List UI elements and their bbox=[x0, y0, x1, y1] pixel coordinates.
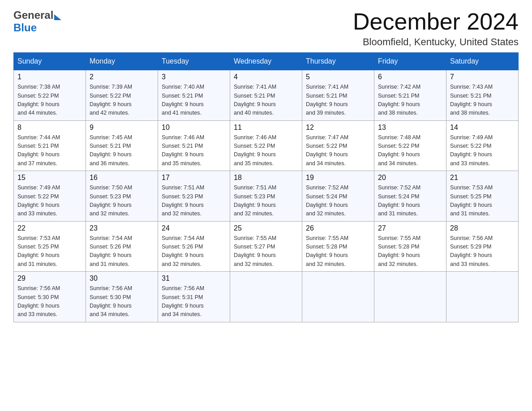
day-info: Sunrise: 7:51 AM Sunset: 5:23 PM Dayligh… bbox=[162, 184, 226, 218]
logo-blue-text: Blue bbox=[13, 21, 37, 34]
table-row: 3 Sunrise: 7:40 AM Sunset: 5:21 PM Dayli… bbox=[158, 70, 230, 121]
table-row: 19 Sunrise: 7:52 AM Sunset: 5:24 PM Dayl… bbox=[302, 171, 374, 222]
day-number: 21 bbox=[450, 174, 515, 182]
weekday-header-row: Sunday Monday Tuesday Wednesday Thursday… bbox=[14, 53, 519, 70]
day-info: Sunrise: 7:51 AM Sunset: 5:23 PM Dayligh… bbox=[234, 184, 298, 218]
title-block: December 2024 Bloomfield, Kentucky, Unit… bbox=[353, 9, 519, 48]
day-info: Sunrise: 7:55 AM Sunset: 5:27 PM Dayligh… bbox=[234, 234, 298, 269]
day-info: Sunrise: 7:54 AM Sunset: 5:26 PM Dayligh… bbox=[162, 234, 226, 269]
table-row bbox=[374, 272, 446, 322]
day-info: Sunrise: 7:56 AM Sunset: 5:31 PM Dayligh… bbox=[162, 284, 226, 319]
day-info: Sunrise: 7:42 AM Sunset: 5:21 PM Dayligh… bbox=[378, 83, 442, 118]
table-row: 26 Sunrise: 7:55 AM Sunset: 5:28 PM Dayl… bbox=[302, 221, 374, 272]
day-info: Sunrise: 7:48 AM Sunset: 5:22 PM Dayligh… bbox=[378, 133, 442, 168]
header-wednesday: Wednesday bbox=[230, 53, 302, 70]
day-number: 16 bbox=[90, 174, 154, 182]
table-row: 28 Sunrise: 7:56 AM Sunset: 5:29 PM Dayl… bbox=[446, 221, 519, 272]
day-number: 24 bbox=[162, 224, 226, 232]
day-info: Sunrise: 7:53 AM Sunset: 5:25 PM Dayligh… bbox=[450, 184, 515, 218]
day-info: Sunrise: 7:45 AM Sunset: 5:21 PM Dayligh… bbox=[90, 133, 154, 168]
day-info: Sunrise: 7:49 AM Sunset: 5:22 PM Dayligh… bbox=[450, 133, 515, 168]
table-row bbox=[302, 272, 374, 322]
day-info: Sunrise: 7:46 AM Sunset: 5:21 PM Dayligh… bbox=[162, 133, 226, 168]
table-row: 18 Sunrise: 7:51 AM Sunset: 5:23 PM Dayl… bbox=[230, 171, 302, 222]
header-friday: Friday bbox=[374, 53, 446, 70]
table-row: 21 Sunrise: 7:53 AM Sunset: 5:25 PM Dayl… bbox=[446, 171, 519, 222]
day-info: Sunrise: 7:41 AM Sunset: 5:21 PM Dayligh… bbox=[234, 83, 298, 118]
table-row: 17 Sunrise: 7:51 AM Sunset: 5:23 PM Dayl… bbox=[158, 171, 230, 222]
logo: General Blue bbox=[13, 9, 61, 34]
day-info: Sunrise: 7:39 AM Sunset: 5:22 PM Dayligh… bbox=[90, 83, 154, 118]
calendar-week-row: 15 Sunrise: 7:49 AM Sunset: 5:22 PM Dayl… bbox=[14, 171, 519, 222]
table-row: 11 Sunrise: 7:46 AM Sunset: 5:22 PM Dayl… bbox=[230, 120, 302, 171]
table-row: 9 Sunrise: 7:45 AM Sunset: 5:21 PM Dayli… bbox=[86, 120, 158, 171]
table-row: 29 Sunrise: 7:56 AM Sunset: 5:30 PM Dayl… bbox=[14, 272, 86, 322]
header-monday: Monday bbox=[86, 53, 158, 70]
table-row: 10 Sunrise: 7:46 AM Sunset: 5:21 PM Dayl… bbox=[158, 120, 230, 171]
calendar-table: Sunday Monday Tuesday Wednesday Thursday… bbox=[13, 52, 519, 322]
table-row: 23 Sunrise: 7:54 AM Sunset: 5:26 PM Dayl… bbox=[86, 221, 158, 272]
day-number: 9 bbox=[90, 124, 154, 132]
day-number: 14 bbox=[450, 124, 515, 132]
day-number: 1 bbox=[17, 73, 82, 81]
day-number: 31 bbox=[162, 274, 226, 283]
day-number: 30 bbox=[90, 274, 154, 283]
calendar-title: December 2024 bbox=[353, 9, 519, 34]
day-info: Sunrise: 7:40 AM Sunset: 5:21 PM Dayligh… bbox=[162, 83, 226, 118]
day-info: Sunrise: 7:38 AM Sunset: 5:22 PM Dayligh… bbox=[17, 83, 82, 118]
table-row: 22 Sunrise: 7:53 AM Sunset: 5:25 PM Dayl… bbox=[14, 221, 86, 272]
table-row: 7 Sunrise: 7:43 AM Sunset: 5:21 PM Dayli… bbox=[446, 70, 519, 121]
day-number: 18 bbox=[234, 174, 298, 182]
day-number: 29 bbox=[17, 274, 82, 283]
day-info: Sunrise: 7:53 AM Sunset: 5:25 PM Dayligh… bbox=[17, 234, 82, 269]
table-row: 1 Sunrise: 7:38 AM Sunset: 5:22 PM Dayli… bbox=[14, 70, 86, 121]
table-row: 20 Sunrise: 7:52 AM Sunset: 5:24 PM Dayl… bbox=[374, 171, 446, 222]
day-info: Sunrise: 7:55 AM Sunset: 5:28 PM Dayligh… bbox=[306, 234, 370, 269]
logo-arrow-icon bbox=[54, 14, 61, 20]
day-info: Sunrise: 7:52 AM Sunset: 5:24 PM Dayligh… bbox=[378, 184, 442, 218]
day-number: 23 bbox=[90, 224, 154, 232]
day-number: 25 bbox=[234, 224, 298, 232]
day-info: Sunrise: 7:52 AM Sunset: 5:24 PM Dayligh… bbox=[306, 184, 370, 218]
day-number: 13 bbox=[378, 124, 442, 132]
day-number: 2 bbox=[90, 73, 154, 81]
table-row: 30 Sunrise: 7:56 AM Sunset: 5:30 PM Dayl… bbox=[86, 272, 158, 322]
table-row: 8 Sunrise: 7:44 AM Sunset: 5:21 PM Dayli… bbox=[14, 120, 86, 171]
day-info: Sunrise: 7:49 AM Sunset: 5:22 PM Dayligh… bbox=[17, 184, 82, 218]
day-info: Sunrise: 7:55 AM Sunset: 5:28 PM Dayligh… bbox=[378, 234, 442, 269]
calendar-week-row: 29 Sunrise: 7:56 AM Sunset: 5:30 PM Dayl… bbox=[14, 272, 519, 322]
calendar-week-row: 22 Sunrise: 7:53 AM Sunset: 5:25 PM Dayl… bbox=[14, 221, 519, 272]
day-info: Sunrise: 7:50 AM Sunset: 5:23 PM Dayligh… bbox=[90, 184, 154, 218]
day-number: 20 bbox=[378, 174, 442, 182]
day-number: 4 bbox=[234, 73, 298, 81]
day-number: 12 bbox=[306, 124, 370, 132]
logo-general-text: General bbox=[13, 9, 53, 21]
day-number: 26 bbox=[306, 224, 370, 232]
day-info: Sunrise: 7:56 AM Sunset: 5:30 PM Dayligh… bbox=[17, 284, 82, 319]
day-number: 27 bbox=[378, 224, 442, 232]
day-number: 6 bbox=[378, 73, 442, 81]
day-info: Sunrise: 7:43 AM Sunset: 5:21 PM Dayligh… bbox=[450, 83, 515, 118]
day-number: 19 bbox=[306, 174, 370, 182]
calendar-week-row: 8 Sunrise: 7:44 AM Sunset: 5:21 PM Dayli… bbox=[14, 120, 519, 171]
day-info: Sunrise: 7:46 AM Sunset: 5:22 PM Dayligh… bbox=[234, 133, 298, 168]
table-row bbox=[230, 272, 302, 322]
table-row: 25 Sunrise: 7:55 AM Sunset: 5:27 PM Dayl… bbox=[230, 221, 302, 272]
day-number: 28 bbox=[450, 224, 515, 232]
table-row: 6 Sunrise: 7:42 AM Sunset: 5:21 PM Dayli… bbox=[374, 70, 446, 121]
day-number: 5 bbox=[306, 73, 370, 81]
header-saturday: Saturday bbox=[446, 53, 519, 70]
calendar-week-row: 1 Sunrise: 7:38 AM Sunset: 5:22 PM Dayli… bbox=[14, 70, 519, 121]
table-row: 15 Sunrise: 7:49 AM Sunset: 5:22 PM Dayl… bbox=[14, 171, 86, 222]
day-number: 11 bbox=[234, 124, 298, 132]
day-info: Sunrise: 7:41 AM Sunset: 5:21 PM Dayligh… bbox=[306, 83, 370, 118]
table-row: 2 Sunrise: 7:39 AM Sunset: 5:22 PM Dayli… bbox=[86, 70, 158, 121]
day-number: 7 bbox=[450, 73, 515, 81]
header-thursday: Thursday bbox=[302, 53, 374, 70]
table-row: 12 Sunrise: 7:47 AM Sunset: 5:22 PM Dayl… bbox=[302, 120, 374, 171]
day-info: Sunrise: 7:44 AM Sunset: 5:21 PM Dayligh… bbox=[17, 133, 82, 168]
calendar-subtitle: Bloomfield, Kentucky, United States bbox=[353, 36, 519, 48]
table-row bbox=[446, 272, 519, 322]
day-info: Sunrise: 7:56 AM Sunset: 5:29 PM Dayligh… bbox=[450, 234, 515, 269]
page-header: General Blue December 2024 Bloomfield, K… bbox=[13, 9, 519, 48]
